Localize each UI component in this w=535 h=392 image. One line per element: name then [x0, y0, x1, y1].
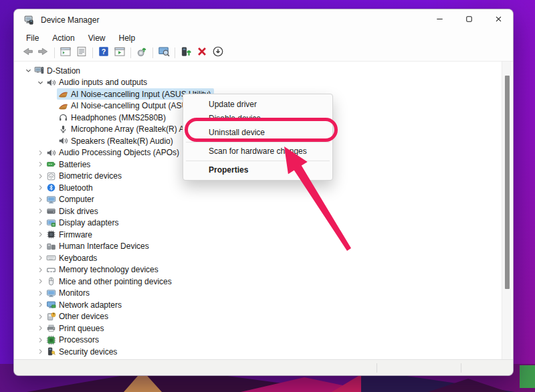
chevron-collapsed-icon[interactable] [35, 172, 45, 181]
tree-item-body: Biometric devices [45, 171, 125, 182]
maximize-icon [464, 14, 474, 27]
chevron-collapsed-icon[interactable] [35, 149, 45, 157]
tree-item-audio-inputs-and-outputs[interactable]: Audio inputs and outputs [15, 77, 512, 89]
chevron-collapsed-icon[interactable] [35, 207, 45, 215]
minimize-button[interactable] [425, 9, 454, 31]
menu-item-scan-for-hardware-changes[interactable]: Scan for hardware changes [183, 144, 332, 159]
chevron-collapsed-icon[interactable] [35, 230, 45, 239]
tree-item-body: Firmware [45, 229, 96, 240]
show-action-pane-button[interactable] [112, 45, 128, 60]
status-bar-divider [461, 363, 461, 373]
chevron-collapsed-icon[interactable] [35, 336, 45, 345]
tree-item-display-adapters[interactable]: Display adapters [15, 217, 512, 229]
security-key-icon [46, 347, 56, 357]
computer-icon [46, 195, 56, 205]
chevron-collapsed-icon[interactable] [35, 254, 45, 262]
forward-button[interactable] [35, 45, 51, 60]
tree-item-firmware[interactable]: Firmware [15, 229, 512, 241]
maximize-button[interactable] [454, 9, 484, 31]
tree-item-label: Display adapters [59, 218, 118, 227]
tree-item-human-interface-devices[interactable]: Human Interface Devices [15, 241, 512, 253]
tree-item-body: Monitors [45, 288, 93, 299]
uninstall-device-button[interactable] [194, 45, 210, 60]
chevron-collapsed-icon[interactable] [35, 312, 45, 321]
tree-item-computer[interactable]: Computer [15, 194, 512, 206]
tree-item-disk-drives[interactable]: Disk drives [15, 205, 512, 217]
tree-item-memory-technology-devices[interactable]: Memory technology devices [15, 264, 512, 276]
tree-item-mice-and-other-pointing-devices[interactable]: Mice and other pointing devices [15, 276, 512, 288]
scrollbar-thumb[interactable] [505, 76, 510, 289]
chevron-collapsed-icon[interactable] [35, 219, 45, 227]
chevron-expanded-icon[interactable] [35, 78, 45, 87]
chevron-collapsed-icon[interactable] [35, 324, 45, 332]
back-button[interactable] [19, 45, 35, 60]
menu-item-properties[interactable]: Properties [183, 163, 332, 177]
toolbar-separator [152, 47, 153, 58]
menu-item-uninstall-device[interactable]: Uninstall device [183, 126, 332, 140]
chevron-collapsed-icon[interactable] [35, 195, 45, 204]
vertical-scrollbar[interactable] [502, 62, 512, 361]
properties-list-button[interactable] [74, 45, 90, 60]
help-icon: ? [98, 45, 110, 60]
hid-icon [46, 241, 56, 252]
tree-item-print-queues[interactable]: Print queues [15, 322, 512, 334]
tree-item-body: Processors [45, 334, 102, 346]
tree-item-network-adapters[interactable]: Network adapters [15, 299, 512, 311]
window-title: Device Manager [41, 15, 99, 25]
tree-item-d-station[interactable]: D-Station [15, 65, 512, 77]
network-adapter-icon [46, 300, 56, 310]
menu-file[interactable]: File [19, 32, 45, 44]
tree-item-body: Bluetooth [45, 182, 96, 193]
properties-list-icon [76, 45, 88, 60]
tree-item-body: D-Station [33, 65, 84, 76]
menu-help[interactable]: Help [112, 32, 142, 44]
tree-item-label: Batteries [59, 160, 90, 169]
device-search-button[interactable] [156, 45, 172, 60]
tree-item-label: Speakers (Realtek(R) Audio) [71, 136, 173, 146]
workstation-icon [34, 66, 44, 76]
help-button[interactable]: ? [96, 45, 112, 60]
chevron-expanded-icon[interactable] [23, 66, 33, 75]
close-button[interactable] [484, 9, 513, 31]
svg-text:?: ? [52, 313, 54, 316]
tree-item-processors[interactable]: Processors [15, 334, 512, 347]
update-driver-button[interactable] [178, 45, 194, 60]
chevron-collapsed-icon[interactable] [35, 300, 45, 309]
menu-action[interactable]: Action [45, 32, 81, 44]
menu-item-update-driver[interactable]: Update driver [183, 98, 332, 112]
memory-icon [46, 265, 56, 275]
tree-item-label: D-Station [47, 66, 80, 76]
tree-item-label: Other devices [59, 312, 108, 321]
disable-device-button[interactable] [210, 45, 226, 60]
tree-item-other-devices[interactable]: ?Other devices [15, 311, 512, 323]
chevron-collapsed-icon[interactable] [35, 289, 45, 298]
display-adapter-icon [46, 218, 56, 228]
tree-item-monitors[interactable]: Monitors [15, 288, 512, 300]
tree-item-label: Firmware [59, 230, 92, 239]
battery-icon [46, 159, 56, 169]
speaker-icon [46, 78, 56, 88]
show-console-tree-button[interactable] [58, 45, 74, 60]
tree-item-security-devices[interactable]: Security devices [15, 346, 512, 358]
tree-item-body: Mice and other pointing devices [45, 276, 175, 287]
device-manager-app-icon [23, 15, 34, 25]
tree-item-body: Memory technology devices [45, 264, 162, 276]
chevron-collapsed-icon[interactable] [35, 277, 45, 286]
uninstall-device-icon [196, 45, 208, 60]
scan-hardware-changes-button[interactable] [134, 45, 150, 60]
tree-item-label: Memory technology devices [59, 265, 158, 274]
microphone-icon [58, 124, 68, 134]
chevron-collapsed-icon[interactable] [35, 242, 45, 251]
menu-item-disable-device[interactable]: Disable device [183, 112, 332, 126]
tree-item-label: Headphones (MMS2580B) [71, 113, 166, 122]
tree-item-bluetooth[interactable]: Bluetooth [15, 182, 512, 194]
chevron-collapsed-icon[interactable] [35, 183, 45, 192]
chevron-collapsed-icon[interactable] [35, 266, 45, 274]
tree-item-keyboards[interactable]: Keyboards [15, 252, 512, 264]
menu-view[interactable]: View [82, 32, 112, 44]
speaker-icon [58, 136, 68, 146]
chevron-collapsed-icon[interactable] [35, 160, 45, 169]
printer-icon [46, 323, 56, 333]
tree-item-body: Speakers (Realtek(R) Audio) [57, 135, 177, 146]
chevron-collapsed-icon[interactable] [35, 347, 45, 356]
